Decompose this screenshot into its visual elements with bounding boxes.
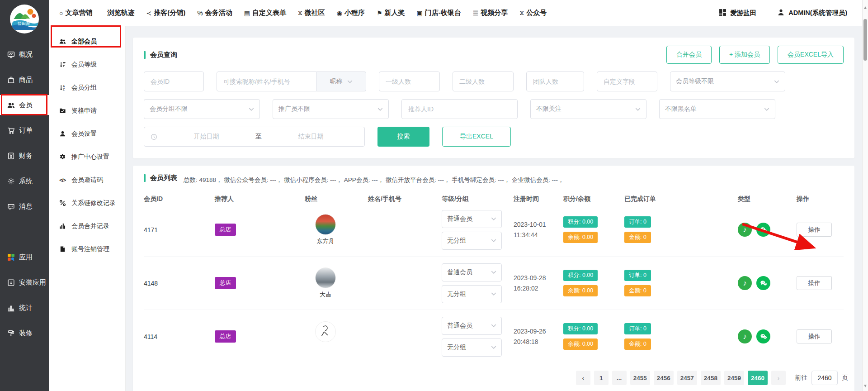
submenu-item[interactable]: 会员设置 <box>49 122 125 145</box>
row-action-button[interactable]: 操作 <box>797 329 832 343</box>
date-range-picker[interactable]: 开始日期 至 结束日期 <box>144 127 365 147</box>
col-action: 操作 <box>797 195 844 203</box>
submenu-item[interactable]: 全部会员 <box>49 30 125 53</box>
referrer-id-input[interactable] <box>401 99 518 119</box>
blacklist-select[interactable]: 不限黑名单 <box>659 99 775 119</box>
avatar[interactable] <box>315 267 336 288</box>
sort-az-icon: AZ <box>59 84 66 91</box>
submenu-item[interactable]: 账号注销管理 <box>49 238 125 261</box>
registration-date: 2023-09-26 <box>514 328 546 335</box>
team-count-input[interactable] <box>526 72 584 91</box>
promoter-select[interactable]: 推广员不限 <box>273 99 389 119</box>
merge-members-button[interactable]: 合并会员 <box>666 46 712 64</box>
member-id-input[interactable] <box>144 72 204 91</box>
next-page-button[interactable]: › <box>771 371 786 385</box>
sidebar-item[interactable]: 消息 <box>0 196 49 216</box>
sidebar-item[interactable]: 安装应用 <box>0 272 49 292</box>
grid-icon <box>719 9 726 18</box>
points-badge: 积分: 0.00 <box>563 216 598 228</box>
avatar[interactable] <box>315 214 336 235</box>
page-number-button[interactable]: 2455 <box>630 371 650 385</box>
sidebar-item[interactable]: 订单 <box>0 120 49 140</box>
level2-count-input[interactable] <box>453 72 514 91</box>
submenu-item[interactable]: </> 会员邀请码 <box>49 168 125 191</box>
grade-dropdown[interactable]: 普通会员 <box>442 317 502 335</box>
add-member-button[interactable]: + 添加会员 <box>719 46 770 64</box>
scroll-down-icon[interactable] <box>864 385 867 387</box>
cart-icon <box>7 126 15 134</box>
submenu-item[interactable]: 会员合并记录 <box>49 215 125 238</box>
export-excel-button[interactable]: 导出EXCEL <box>442 127 511 147</box>
search-button[interactable]: 搜索 <box>377 127 429 147</box>
top-nav-item[interactable]: ⧖ 公众号 <box>519 9 547 17</box>
grade-select[interactable]: 会员等级不限 <box>670 72 785 91</box>
scroll-up-icon[interactable] <box>864 6 867 9</box>
grade-dropdown[interactable]: 普通会员 <box>442 210 502 228</box>
sidebar-item[interactable]: 商品 <box>0 70 49 90</box>
top-nav-item[interactable]: % 会务活动 <box>197 9 232 17</box>
balance-badge: 余额: 0.00 <box>563 339 598 350</box>
custom-field-input[interactable] <box>597 72 657 91</box>
pagination-bar: ‹ 1 ... 2455 2456 2457 2458 <box>133 360 854 391</box>
follow-select[interactable]: 不限关注 <box>530 99 646 119</box>
sidebar-item[interactable]: 装修 <box>0 323 49 343</box>
excel-import-button[interactable]: 会员EXCEL导入 <box>778 46 844 64</box>
group-dropdown[interactable]: 无分组 <box>442 339 502 357</box>
sidebar-item[interactable]: 统计 <box>0 298 49 318</box>
page-number-button[interactable]: 2459 <box>724 371 744 385</box>
col-referrer: 推荐人 <box>215 195 305 203</box>
submenu-item[interactable]: 资格申请 <box>49 99 125 122</box>
user-icon <box>777 9 785 18</box>
keyword-input[interactable] <box>217 72 316 91</box>
group-select[interactable]: 会员分组不限 <box>144 99 260 119</box>
sidebar-item[interactable]: 会员 <box>0 95 49 115</box>
brand-logo[interactable]: 盐田海 <box>10 5 39 33</box>
member-submenu: 全部会员 会员等级 AZ 会员分组 资格申请 <box>49 26 126 391</box>
goto-page-input[interactable] <box>811 371 838 385</box>
page-number-button[interactable]: 2458 <box>701 371 721 385</box>
page-number-button[interactable]: ... <box>612 371 627 385</box>
grade-dropdown[interactable]: 普通会员 <box>442 263 502 281</box>
group-dropdown[interactable]: 无分组 <box>442 285 502 303</box>
sidebar-item[interactable]: 概况 <box>0 44 49 64</box>
sidebar-item[interactable]: 财务 <box>0 146 49 166</box>
submenu-item[interactable]: 会员等级 <box>49 53 125 76</box>
top-nav-item[interactable]: 浏览轨迹 <box>104 9 134 17</box>
admin-account[interactable]: ADMIN(系统管理员) <box>777 9 847 18</box>
top-nav-label: 浏览轨迹 <box>107 9 134 17</box>
top-nav-item[interactable]: ⚑ 新人奖 <box>377 9 405 17</box>
submenu-item[interactable]: AZ 会员分组 <box>49 76 125 99</box>
keyword-type-select[interactable]: 昵称 <box>316 72 366 91</box>
sidebar-item[interactable]: 系统 <box>0 171 49 191</box>
top-nav-item[interactable]: ▤ 自定义表单 <box>244 9 286 17</box>
top-nav-item[interactable]: ⧖ 微社区 <box>298 9 325 17</box>
top-nav-item[interactable]: ☰ 视频分享 <box>473 9 508 17</box>
chart-solid-icon <box>59 223 66 229</box>
page-number-button[interactable]: 2457 <box>677 371 697 385</box>
submenu-item-label: 账号注销管理 <box>71 245 109 253</box>
submenu-item[interactable]: 推广中心设置 <box>49 145 125 168</box>
merchant-switcher[interactable]: 爱游盐田 <box>719 9 756 18</box>
level1-count-input[interactable] <box>379 72 440 91</box>
row-action-button[interactable]: 操作 <box>797 223 832 237</box>
page-number-button[interactable]: 2460 <box>748 371 768 385</box>
top-nav-item[interactable]: ▣ 门店-收银台 <box>417 9 461 17</box>
sidebar-item[interactable]: 应用 <box>0 247 49 267</box>
top-nav-item[interactable]: ○ 文章营销 <box>59 9 92 17</box>
avatar[interactable] <box>315 321 336 342</box>
orders-badge: 订单: 0 <box>624 270 651 281</box>
monitor-icon <box>7 50 15 58</box>
orders-badge: 订单: 0 <box>624 216 651 228</box>
submenu-item[interactable]: 关系链修改记录 <box>49 191 125 215</box>
top-nav-item[interactable]: ≺ 推客(分销) <box>146 9 185 17</box>
group-dropdown[interactable]: 无分组 <box>442 232 502 250</box>
submenu-item-label: 全部会员 <box>71 38 97 46</box>
page-number-button[interactable]: 2456 <box>654 371 674 385</box>
scrollbar-thumb[interactable] <box>863 19 867 61</box>
prev-page-button[interactable]: ‹ <box>576 371 590 385</box>
row-action-button[interactable]: 操作 <box>797 276 832 290</box>
form-icon: ▤ <box>244 10 250 17</box>
page-scrollbar[interactable] <box>862 0 868 391</box>
top-nav-item[interactable]: ◉ 小程序 <box>337 9 365 17</box>
page-number-button[interactable]: 1 <box>594 371 609 385</box>
